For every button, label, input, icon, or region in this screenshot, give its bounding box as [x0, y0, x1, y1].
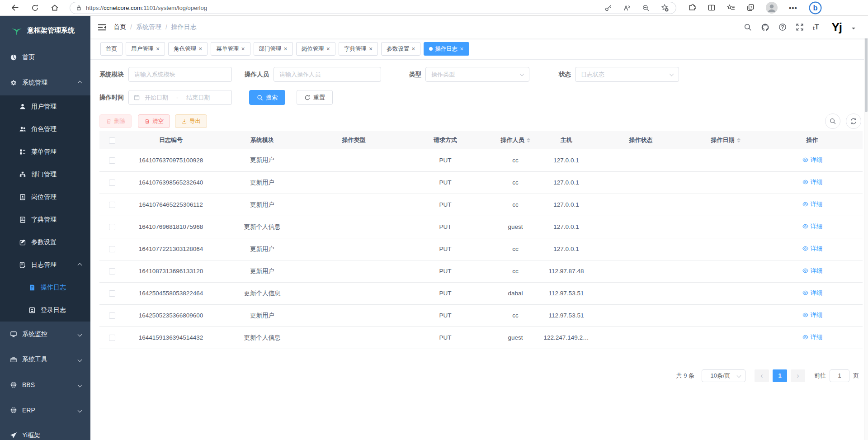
row-checkbox[interactable] [109, 202, 115, 208]
detail-link[interactable]: 详细 [802, 245, 823, 253]
sidebar-item-department-management[interactable]: 部门管理 [0, 163, 90, 186]
sidebar-item-home[interactable]: 首页 [0, 45, 90, 70]
delete-button[interactable]: 删除 [99, 114, 132, 128]
sidebar-item-operation-log[interactable]: 操作日志 [0, 276, 90, 299]
address-bar[interactable]: https://ccnetcore.com:1101/system/log/op… [70, 2, 676, 14]
date-range-input[interactable]: 开始日期 - 结束日期 [128, 90, 232, 105]
tab-home[interactable]: 首页 [100, 42, 123, 56]
sidebar-item-system-monitor[interactable]: 系统监控 [0, 322, 90, 347]
detail-link[interactable]: 详细 [802, 333, 823, 341]
sort-desc-icon[interactable] [737, 141, 741, 144]
sidebar-collapse-button[interactable] [98, 24, 106, 31]
detail-link[interactable]: 详细 [802, 267, 823, 275]
sidebar-item-role-management[interactable]: 角色管理 [0, 118, 90, 141]
fullscreen-button[interactable] [796, 23, 804, 31]
browser-home-button[interactable] [48, 1, 61, 14]
table-refresh-button[interactable] [846, 114, 861, 129]
tab-close-icon[interactable] [156, 46, 160, 52]
help-button[interactable] [778, 23, 787, 31]
browser-refresh-button[interactable] [28, 1, 42, 14]
collections-button[interactable] [746, 4, 755, 12]
tab-param-settings[interactable]: 参数设置 [381, 42, 420, 56]
tab-close-icon[interactable] [241, 46, 245, 52]
tab-close-icon[interactable] [326, 46, 330, 52]
detail-link[interactable]: 详细 [802, 156, 823, 164]
sidebar-item-yi-framework[interactable]: Yi框架 [0, 423, 90, 440]
header-search-button[interactable] [744, 23, 752, 31]
select-all-checkbox[interactable] [109, 137, 115, 144]
row-checkbox[interactable] [109, 246, 115, 252]
sidebar-item-param-settings[interactable]: 参数设置 [0, 231, 90, 254]
browser-profile-button[interactable] [766, 2, 778, 14]
export-button[interactable]: 导出 [175, 114, 207, 128]
operator-input[interactable] [274, 67, 381, 82]
tab-close-icon[interactable] [284, 46, 288, 52]
detail-link[interactable]: 详细 [802, 178, 823, 186]
next-page-button[interactable] [791, 369, 805, 382]
row-checkbox[interactable] [109, 335, 115, 341]
detail-link[interactable]: 详细 [802, 222, 823, 231]
caret-down-icon[interactable] [852, 28, 855, 31]
browser-back-button[interactable] [8, 1, 22, 14]
tab-user-management[interactable]: 用户管理 [126, 42, 165, 56]
add-favorite-button[interactable] [660, 4, 669, 12]
tab-close-icon[interactable] [411, 46, 415, 52]
breadcrumb-home[interactable]: 首页 [113, 23, 126, 31]
github-button[interactable] [761, 23, 769, 32]
tab-operation-log[interactable]: 操作日志 [424, 42, 469, 56]
read-aloud-button[interactable] [623, 4, 631, 12]
tab-department-management[interactable]: 部门管理 [254, 42, 293, 56]
row-checkbox[interactable] [109, 290, 115, 297]
extensions-button[interactable] [688, 4, 696, 12]
detail-link[interactable]: 详细 [802, 289, 823, 297]
sort-desc-icon[interactable] [527, 141, 530, 144]
tab-dict-management[interactable]: 字典管理 [339, 42, 378, 56]
user-logo[interactable]: Yj [831, 20, 842, 34]
sidebar-item-log-management[interactable]: 日志管理 [0, 254, 90, 276]
sidebar-item-system-management[interactable]: 系统管理 [0, 70, 90, 95]
tab-close-icon[interactable] [460, 46, 463, 52]
detail-link[interactable]: 详细 [802, 200, 823, 208]
tab-close-icon[interactable] [198, 46, 202, 52]
tab-post-management[interactable]: 岗位管理 [296, 42, 335, 56]
password-manager-button[interactable] [604, 4, 612, 12]
table-search-toggle-button[interactable] [825, 114, 840, 129]
sort-control[interactable] [737, 136, 741, 144]
sidebar-item-dict-management[interactable]: 字典管理 [0, 208, 90, 231]
type-select[interactable]: 操作类型 [425, 67, 529, 82]
current-page-button[interactable]: 1 [773, 369, 787, 382]
favorites-bar-button[interactable] [727, 4, 735, 12]
sort-control[interactable] [527, 136, 530, 144]
tab-close-icon[interactable] [369, 46, 373, 52]
clear-button[interactable]: 清空 [138, 114, 170, 128]
sidebar-item-user-management[interactable]: 用户管理 [0, 95, 90, 118]
sidebar-item-menu-management[interactable]: 菜单管理 [0, 141, 90, 163]
search-button[interactable]: 搜索 [249, 90, 285, 105]
sort-asc-icon[interactable] [527, 136, 530, 140]
sort-asc-icon[interactable] [737, 136, 741, 140]
breadcrumb-system-management[interactable]: 系统管理 [136, 23, 161, 31]
split-screen-button[interactable] [708, 4, 716, 12]
row-checkbox[interactable] [109, 180, 115, 186]
module-input[interactable] [128, 67, 232, 82]
sidebar-item-login-log[interactable]: 登录日志 [0, 299, 90, 322]
browser-settings-button[interactable]: ••• [789, 4, 797, 12]
sidebar-item-system-tools[interactable]: 系统工具 [0, 347, 90, 372]
font-size-button[interactable] [813, 24, 819, 31]
sidebar-item-post-management[interactable]: 岗位管理 [0, 186, 90, 208]
tab-role-management[interactable]: 角色管理 [168, 42, 208, 56]
jump-page-input[interactable] [830, 369, 849, 382]
status-select[interactable]: 日志状态 [575, 67, 679, 82]
reset-button[interactable]: 重置 [297, 90, 333, 105]
detail-link[interactable]: 详细 [802, 311, 823, 319]
row-checkbox[interactable] [109, 268, 115, 274]
page-size-select[interactable]: 10条/页 [702, 369, 745, 382]
row-checkbox[interactable] [109, 157, 115, 164]
row-checkbox[interactable] [109, 312, 115, 319]
row-checkbox[interactable] [109, 224, 115, 230]
sidebar-item-bbs[interactable]: BBS [0, 372, 90, 397]
sidebar-item-erp[interactable]: ERP [0, 397, 90, 423]
tab-menu-management[interactable]: 菜单管理 [211, 42, 250, 56]
zoom-out-button[interactable] [642, 4, 650, 12]
prev-page-button[interactable] [755, 369, 769, 382]
